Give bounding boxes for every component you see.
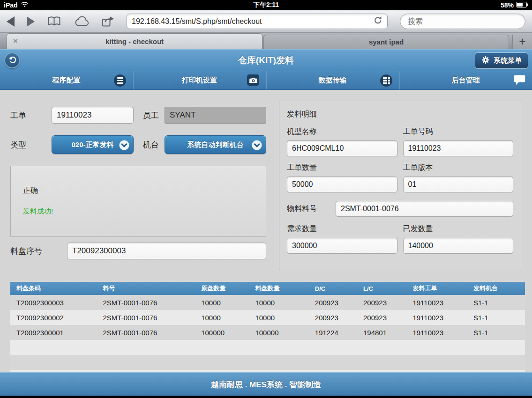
tray-serial-label: 料盘序号 — [10, 246, 67, 257]
browser-toolbar: 192.168.43.15/smt/S.php/smt/checkout — [0, 10, 532, 33]
col-header: 发料机台 — [467, 282, 525, 295]
new-tab-button[interactable]: + — [512, 35, 532, 49]
required-qty-label: 需求数量 — [287, 224, 397, 234]
screen-bottom-edge — [0, 396, 532, 398]
machine-label: 机台 — [143, 140, 165, 150]
cell: 100000 — [249, 325, 308, 340]
system-menu-button[interactable]: 系统菜单 — [475, 52, 528, 69]
detail-panel-title: 发料明细 — [287, 110, 513, 119]
cell: T20092300001 — [10, 325, 97, 340]
tab-kitting-checkout[interactable]: × kitting - checkout — [7, 33, 262, 49]
cell: 194801 — [357, 325, 406, 340]
work-order-label: 工单 — [10, 110, 52, 121]
employee-label: 员工 — [143, 110, 165, 121]
status-message: 发料成功! — [23, 207, 266, 216]
machine-select[interactable]: 系统自动判断机台 — [165, 135, 266, 154]
nav-item-program-config[interactable]: 程序配置 — [0, 71, 133, 89]
tab-syant-ipad[interactable]: syant ipad — [263, 35, 509, 49]
work-order-input[interactable] — [52, 107, 134, 124]
tab-label: syant ipad — [264, 38, 509, 46]
cell: 10000 — [249, 310, 308, 325]
reload-icon[interactable] — [374, 16, 382, 27]
address-bar[interactable]: 192.168.43.15/smt/S.php/smt/checkout — [127, 14, 388, 29]
col-header: L/C — [357, 282, 406, 295]
cell: T20092300003 — [10, 295, 97, 310]
issue-detail-panel: 发料明细 机型名称 工单号码 工单数量 工单版本 物料料号 需求数量 已发数量 — [279, 101, 521, 270]
nav-label: 打印机设置 — [182, 76, 217, 85]
table-row[interactable]: T20092300003 2SMT-0001-0076 10000 10000 … — [10, 295, 525, 310]
chevron-down-icon — [119, 140, 129, 152]
result-status-box: 正确 发料成功! — [10, 166, 266, 237]
part-number-label: 物料料号 — [287, 204, 336, 214]
table-row[interactable]: T20092300001 2SMT-0001-0076 100000 10000… — [10, 325, 525, 340]
search-input[interactable] — [400, 14, 525, 29]
main-content: 工单 员工 SYANT 类型 020-正常发料 机台 系统自动判断机台 — [0, 90, 532, 372]
cell: 200923 — [357, 310, 406, 325]
undo-arrow-icon — [8, 56, 16, 66]
nav-label: 后台管理 — [452, 76, 480, 85]
order-qty-label: 工单数量 — [287, 163, 397, 173]
col-header: 原盘数量 — [195, 282, 249, 295]
bookmarks-icon[interactable] — [47, 16, 61, 27]
part-number-input[interactable] — [336, 201, 513, 217]
close-tab-icon[interactable]: × — [13, 37, 18, 46]
tab-bar: × kitting - checkout syant ipad + — [0, 33, 532, 49]
col-header: 料盘条码 — [10, 282, 97, 295]
app-header: 仓库(KIT)发料 系统菜单 — [0, 49, 532, 71]
model-name-label: 机型名称 — [287, 127, 397, 137]
order-version-input[interactable] — [403, 177, 514, 192]
chevron-down-icon — [252, 140, 262, 152]
nav-item-printer-settings[interactable]: 打印机设置 — [133, 71, 266, 89]
order-version-label: 工单版本 — [403, 163, 514, 173]
cell: 19110023 — [406, 310, 467, 325]
cell: 10000 — [195, 295, 249, 310]
share-icon[interactable] — [102, 16, 114, 27]
nav-item-backend-admin[interactable]: 后台管理 — [399, 71, 532, 89]
app-footer: 越南耐思 . MES系统 . 智能制造 — [0, 372, 532, 396]
type-label: 类型 — [10, 140, 52, 150]
cell: 2SMT-0001-0076 — [97, 325, 195, 340]
status-title: 正确 — [23, 186, 266, 196]
col-header: 料盘数量 — [249, 282, 308, 295]
cell: 2SMT-0001-0076 — [97, 310, 195, 325]
order-number-label: 工单号码 — [403, 127, 514, 137]
footer-text: 越南耐思 . MES系统 . 智能制造 — [211, 379, 321, 390]
employee-field: SYANT — [165, 107, 266, 124]
issued-qty-input[interactable] — [403, 238, 514, 254]
browser-back-icon[interactable] — [7, 16, 15, 27]
cell: S1-1 — [467, 310, 525, 325]
cell: 200923 — [309, 310, 357, 325]
order-qty-input[interactable] — [287, 177, 397, 192]
model-name-input[interactable] — [287, 140, 397, 156]
machine-value: 系统自动判断机台 — [187, 140, 244, 149]
hamburger-menu-icon — [114, 74, 126, 87]
system-menu-label: 系统菜单 — [494, 56, 522, 65]
browser-forward-icon[interactable] — [27, 16, 35, 27]
issue-type-select[interactable]: 020-正常发料 — [52, 135, 134, 154]
nav-item-data-transfer[interactable]: 数据传输 — [266, 71, 399, 89]
icloud-tabs-icon[interactable] — [74, 16, 90, 27]
table-row[interactable]: T20092300002 2SMT-0001-0076 10000 10000 … — [10, 310, 525, 325]
cell: 19110023 — [406, 295, 467, 310]
table-empty-row — [10, 355, 525, 370]
cell: 200923 — [309, 295, 357, 310]
issue-type-value: 020-正常发料 — [71, 140, 113, 149]
gear-icon — [481, 56, 490, 66]
app-back-button[interactable] — [4, 52, 20, 68]
ipad-status-bar: iPad 下午2:11 58% — [0, 0, 532, 10]
table-empty-row — [10, 340, 525, 355]
cell: 10000 — [195, 310, 249, 325]
cell: 191224 — [309, 325, 357, 340]
page-title: 仓库(KIT)发料 — [238, 54, 294, 66]
order-number-input[interactable] — [403, 140, 514, 156]
nav-label: 程序配置 — [52, 76, 81, 85]
clock: 下午2:11 — [0, 1, 532, 9]
battery-icon — [516, 1, 528, 9]
cell: S1-1 — [467, 325, 525, 340]
tab-label: kitting - checkout — [7, 37, 262, 45]
tray-serial-input[interactable] — [67, 243, 266, 259]
tray-issue-table: 料盘条码 料号 原盘数量 料盘数量 D/C L/C 发料工单 发料机台 T200… — [10, 282, 525, 385]
cell: 100000 — [195, 325, 249, 340]
required-qty-input[interactable] — [287, 238, 397, 254]
cell: 2SMT-0001-0076 — [97, 295, 195, 310]
